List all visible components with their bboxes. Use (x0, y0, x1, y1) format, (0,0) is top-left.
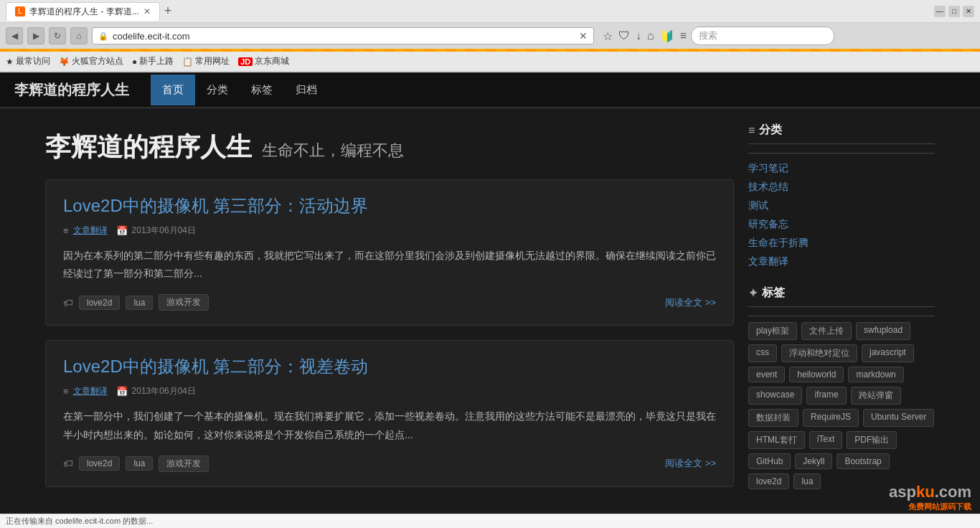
article-2-tag-2[interactable]: 游戏开发 (159, 456, 209, 472)
cloud-tag-15[interactable]: HTML套打 (748, 431, 805, 449)
sidebar: ≡ 分类 学习笔记 技术总结 测试 研究备忘 生命在于折腾 文章翻译 ✦ 标签 (748, 123, 935, 504)
article-1-tag-0[interactable]: love2d (79, 296, 120, 310)
category-item-0: 学习笔记 (748, 159, 935, 178)
article-1-read-more[interactable]: 阅读全文 >> (665, 296, 716, 309)
tag-icon: 🏷 (63, 297, 73, 308)
date-icon-2: 📅 (116, 386, 128, 397)
article-2-title[interactable]: Love2D中的摄像机 第二部分：视差卷动 (63, 355, 716, 378)
article-2-category[interactable]: 文章翻译 (73, 385, 108, 397)
article-1-title[interactable]: Love2D中的摄像机 第三部分：活动边界 (63, 194, 716, 217)
tab-title: 李辉道的程序人生 - 李辉道... (29, 6, 139, 18)
cloud-tag-2[interactable]: swfupload (856, 322, 910, 340)
category-item-2: 测试 (748, 197, 935, 215)
security-icon: 🔒 (98, 32, 108, 41)
bookmark-frequent[interactable]: ★ 最常访问 (6, 55, 50, 67)
tags-title: ✦ 标签 (748, 286, 935, 307)
sidebar-tags: ✦ 标签 play框架 文件上传 swfupload css 浮动和绝对定位 j… (748, 286, 935, 489)
home-button[interactable]: ⌂ (70, 27, 88, 44)
cloud-tag-20[interactable]: Bootstrap (837, 453, 889, 469)
browser-tab[interactable]: L 李辉道的程序人生 - 李辉道... ✕ (6, 2, 160, 21)
common-icon: 📋 (182, 57, 193, 67)
nav-icons: ☆ 🛡 ↓ ⌂ 🔰 ≡ (603, 29, 687, 43)
article-1-footer: 🏷 love2d lua 游戏开发 阅读全文 >> (63, 294, 716, 311)
bookmark-jd[interactable]: JD 京东商城 (238, 55, 289, 67)
article-card-1: Love2D中的摄像机 第三部分：活动边界 ≡ 文章翻译 📅 2013年06月0… (45, 179, 734, 326)
close-window-button[interactable]: ✕ (963, 6, 974, 17)
article-1-tags: 🏷 love2d lua 游戏开发 (63, 294, 209, 311)
menu-icon[interactable]: ≡ (680, 29, 687, 42)
article-2-tag-1[interactable]: lua (126, 456, 153, 471)
category-link-3[interactable]: 研究备忘 (748, 218, 788, 230)
nav-bar: ◀ ▶ ↻ ⌂ 🔒 codelife.ecit-it.com ✕ ☆ 🛡 ↓ ⌂… (0, 23, 980, 49)
shield2-icon[interactable]: 🔰 (660, 29, 674, 43)
new-tab-button[interactable]: + (160, 4, 176, 19)
nav-archive[interactable]: 归档 (284, 75, 329, 105)
article-2-tag-0[interactable]: love2d (79, 456, 120, 471)
cloud-tag-7[interactable]: helloworld (789, 367, 844, 382)
sidebar-categories: ≡ 分类 学习笔记 技术总结 测试 研究备忘 生命在于折腾 文章翻译 (748, 123, 935, 271)
download-icon[interactable]: ↓ (636, 29, 641, 42)
article-2-footer: 🏷 love2d lua 游戏开发 阅读全文 >> (63, 456, 716, 472)
bookmark-newbie[interactable]: ● 新手上路 (132, 55, 174, 67)
close-tab-button[interactable]: ✕ (143, 6, 151, 16)
nav-home[interactable]: 首页 (151, 75, 195, 105)
bookmark-firefox[interactable]: 🦊 火狐官方站点 (59, 55, 123, 67)
search-bar[interactable]: 搜索 (691, 27, 834, 45)
minimize-button[interactable]: — (934, 6, 946, 17)
nav-categories[interactable]: 分类 (195, 75, 240, 105)
article-1-tag-2[interactable]: 游戏开发 (159, 294, 209, 311)
watermark-sub: 免费网站源码下载 (889, 501, 971, 512)
category-link-4[interactable]: 生命在于折腾 (748, 237, 809, 248)
status-bar: 正在传输来自 codelife.ecit-it.com 的数据... (0, 514, 980, 518)
back-button[interactable]: ◀ (6, 27, 23, 44)
article-2-read-more[interactable]: 阅读全文 >> (665, 457, 716, 470)
article-1-category[interactable]: 文章翻译 (73, 225, 108, 237)
page-wrapper: 李辉道的程序人生 首页 分类 标签 归档 李辉道的程序人生 生命不止，编程不息 … (0, 72, 980, 518)
article-card-2: Love2D中的摄像机 第二部分：视差卷动 ≡ 文章翻译 📅 2013年06月0… (45, 340, 734, 486)
cloud-tag-13[interactable]: RequireJS (803, 409, 859, 427)
cloud-tag-19[interactable]: Jekyll (795, 453, 832, 469)
status-text: 正在传输来自 codelife.ecit-it.com 的数据... (6, 516, 153, 518)
cloud-tag-6[interactable]: event (748, 367, 785, 382)
cloud-tag-3[interactable]: css (748, 344, 777, 362)
newbie-icon: ● (132, 57, 137, 67)
home-nav-icon[interactable]: ⌂ (647, 29, 654, 42)
content-area: 李辉道的程序人生 生命不止，编程不息 Love2D中的摄像机 第三部分：活动边界… (45, 123, 734, 504)
cloud-tag-10[interactable]: iframe (806, 387, 846, 405)
tags-divider (748, 316, 935, 316)
cloud-tag-17[interactable]: PDF输出 (847, 431, 897, 449)
category-item-3: 研究备忘 (748, 215, 935, 234)
cloud-tag-11[interactable]: 跨站弹窗 (851, 387, 901, 405)
shield-icon[interactable]: 🛡 (618, 29, 630, 42)
cloud-tag-8[interactable]: markdown (848, 367, 903, 382)
bookmarks-bar: ★ 最常访问 🦊 火狐官方站点 ● 新手上路 📋 常用网址 JD 京东商城 (0, 52, 980, 72)
nav-tags[interactable]: 标签 (240, 75, 284, 105)
cloud-tag-14[interactable]: Ubuntu Server (863, 409, 934, 427)
tag-icon-2: 🏷 (63, 458, 73, 469)
cloud-tag-5[interactable]: javascript (862, 344, 914, 362)
cloud-tag-1[interactable]: 文件上传 (801, 322, 852, 340)
refresh-button[interactable]: ↻ (49, 27, 66, 44)
cloud-tag-9[interactable]: showcase (748, 387, 802, 405)
bookmark-star-icon[interactable]: ☆ (603, 29, 613, 43)
forward-button[interactable]: ▶ (27, 27, 44, 44)
cloud-tag-0[interactable]: play框架 (748, 322, 797, 340)
category-link-0[interactable]: 学习笔记 (748, 162, 788, 174)
category-link-2[interactable]: 测试 (748, 199, 768, 211)
address-bar[interactable]: 🔒 codelife.ecit-it.com ✕ (92, 27, 594, 44)
article-1-tag-1[interactable]: lua (126, 296, 153, 310)
category-link-1[interactable]: 技术总结 (748, 181, 788, 192)
category-icon-2: ≡ (63, 386, 69, 397)
cloud-tag-16[interactable]: iText (809, 431, 843, 449)
cloud-tag-18[interactable]: GitHub (748, 453, 791, 469)
cloud-tag-21[interactable]: love2d (748, 473, 789, 489)
categories-icon: ≡ (748, 124, 755, 137)
category-link-5[interactable]: 文章翻译 (748, 255, 788, 267)
cloud-tag-4[interactable]: 浮动和绝对定位 (781, 344, 857, 362)
clear-address-button[interactable]: ✕ (579, 30, 588, 42)
cloud-tag-12[interactable]: 数据封装 (748, 409, 798, 427)
cloud-tag-22[interactable]: lua (793, 473, 821, 489)
maximize-button[interactable]: □ (948, 6, 960, 17)
bookmark-common[interactable]: 📋 常用网址 (182, 55, 230, 67)
categories-list: 学习笔记 技术总结 测试 研究备忘 生命在于折腾 文章翻译 (748, 159, 935, 271)
